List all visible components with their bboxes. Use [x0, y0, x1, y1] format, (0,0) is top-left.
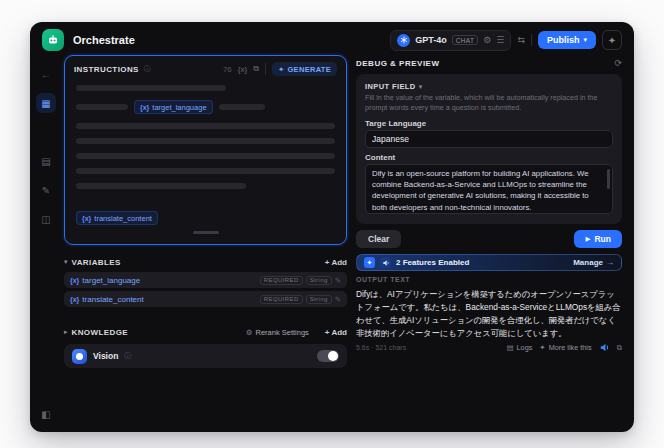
toolbar-divider [265, 63, 266, 75]
input-field-title: INPUT FIELD [365, 82, 416, 91]
chevron-down-icon: ▾ [419, 83, 423, 91]
copy-icon[interactable]: ⧉ [253, 64, 259, 74]
target-language-label: Targe Language [365, 119, 613, 128]
desktop-background: Orchestrate GPT-4o CHAT ⚙ ☰ ⇆ Publish ▾ [0, 0, 664, 448]
model-selector[interactable]: GPT-4o CHAT ⚙ ☰ [390, 30, 511, 51]
info-icon: ⓘ [144, 64, 151, 74]
textarea-scrollbar[interactable] [607, 169, 610, 189]
feature-sparkle-icon: ✦ [364, 257, 375, 268]
robot-icon [47, 34, 59, 46]
add-knowledge-button[interactable]: + Add [325, 328, 347, 337]
assistant-settings-button[interactable]: ✦ [602, 30, 622, 50]
copy-icon: ⧉ [617, 343, 622, 353]
vision-toggle[interactable] [317, 350, 339, 362]
app-header: Orchestrate GPT-4o CHAT ⚙ ☰ ⇆ Publish ▾ [30, 22, 634, 58]
target-language-input[interactable] [365, 130, 613, 148]
instructions-header: INSTRUCTIONS ⓘ 76 {x} ⧉ ✦ GENERATE [65, 56, 346, 79]
output-text: Difyは、AIアプリケーションを構築するためのオープンソースプラットフォームで… [356, 288, 622, 339]
debug-header: DEBUG & PREVIEW ⟳ [356, 58, 622, 68]
variable-icon: {x} [140, 104, 149, 111]
generate-button[interactable]: ✦ GENERATE [272, 62, 337, 76]
variable-chip-target-language[interactable]: {x} target_language [134, 100, 213, 114]
sparkle-icon: ✦ [608, 35, 616, 46]
variable-icon: {x} [82, 215, 91, 222]
clear-button[interactable]: Clear [356, 230, 401, 248]
input-field-card: INPUT FIELD ▾ Fill in the value of the v… [356, 74, 622, 224]
prompt-line [76, 183, 246, 189]
manage-features-button[interactable]: Manage → [573, 258, 614, 267]
model-options-icon[interactable]: ☰ [496, 35, 504, 45]
debug-actions: Clear ▶ Run [356, 230, 622, 248]
app-logo[interactable] [42, 29, 64, 51]
variable-row[interactable]: {x} translate_content REQUIRED String ✎ [64, 291, 347, 307]
collapse-panel-icon[interactable]: ◧ [36, 404, 56, 424]
variables-header[interactable]: ▾ VARIABLES + Add [64, 255, 347, 269]
edit-icon[interactable]: ✎ [335, 295, 341, 304]
knowledge-header[interactable]: ▸ KNOWLEDGE ⚙ Rerank Settings + Add [64, 325, 347, 339]
features-enabled-bar[interactable]: ✦ 2 Features Enabled Manage → [356, 254, 622, 271]
swap-model-icon[interactable]: ⇆ [517, 35, 525, 45]
publish-button[interactable]: Publish ▾ [538, 31, 596, 49]
prompt-line [76, 168, 335, 174]
knowledge-title: KNOWLEDGE [72, 328, 129, 337]
app-window: Orchestrate GPT-4o CHAT ⚙ ☰ ⇆ Publish ▾ [30, 22, 634, 432]
output-meta-row: 5.6s · 521 chars ▤ Logs ✦ More like this… [356, 342, 622, 353]
type-badge: String [306, 276, 332, 285]
content-label: Content [365, 153, 613, 162]
info-icon: ⓘ [124, 351, 131, 361]
more-like-this-button[interactable]: ✦ More like this [539, 343, 591, 352]
sidebar-item-logs[interactable]: ▤ [36, 151, 56, 171]
debug-title: DEBUG & PREVIEW [356, 59, 440, 68]
prompt-line [76, 85, 226, 91]
prompt-skeleton: {x} target_language {x} translate_conten… [65, 79, 346, 225]
sparkle-icon: ✦ [278, 65, 285, 74]
refresh-icon[interactable]: ⟳ [614, 58, 622, 68]
model-provider-icon [397, 34, 410, 47]
prompt-line [76, 104, 128, 110]
eye-icon [76, 353, 83, 360]
variable-chip-translate-content[interactable]: {x} translate_content [76, 211, 158, 225]
prompt-gap [76, 198, 335, 202]
model-mode-badge: CHAT [452, 35, 478, 45]
content-text: Dify is an open-source platform for buil… [372, 169, 589, 212]
model-name: GPT-4o [415, 35, 447, 45]
run-button[interactable]: ▶ Run [574, 230, 622, 248]
vision-feature-row: Vision ⓘ [64, 344, 347, 368]
input-field-description: Fill in the value of the variable, which… [365, 93, 613, 114]
features-enabled-label: 2 Features Enabled [396, 258, 469, 267]
vision-label: Vision [93, 351, 118, 361]
chevron-down-icon: ▾ [64, 258, 68, 266]
chevron-down-icon: ▾ [583, 36, 587, 44]
speaker-button[interactable] [599, 342, 610, 353]
add-variable-button[interactable]: + Add [325, 258, 347, 267]
variable-row[interactable]: {x} target_language REQUIRED String ✎ [64, 272, 347, 288]
output-text-title: OUTPUT TEXT [356, 276, 410, 283]
back-icon[interactable]: ← [36, 64, 56, 84]
model-params-icon[interactable]: ⚙ [483, 35, 491, 45]
input-field-header[interactable]: INPUT FIELD ▾ [365, 82, 613, 91]
feature-speech-icon [380, 257, 391, 268]
sidebar-item-annotation[interactable]: ✎ [36, 180, 56, 200]
prompt-line [76, 138, 335, 144]
publish-label: Publish [547, 35, 580, 45]
sidebar-item-api[interactable]: ◫ [36, 209, 56, 229]
more-like-this-label: More like this [549, 343, 592, 352]
variable-chip-label: target_language [152, 103, 206, 112]
rerank-settings-button[interactable]: ⚙ Rerank Settings [246, 328, 309, 337]
edit-icon[interactable]: ✎ [335, 276, 341, 285]
logs-button[interactable]: ▤ Logs [506, 343, 532, 352]
instructions-panel[interactable]: INSTRUCTIONS ⓘ 76 {x} ⧉ ✦ GENERATE [64, 55, 347, 245]
token-count: 76 [223, 65, 232, 74]
prompt-line [219, 104, 265, 110]
sidebar-item-orchestrate[interactable]: ▦ [36, 93, 56, 113]
variable-insert-icon[interactable]: {x} [238, 65, 247, 74]
copy-output-button[interactable]: ⧉ [617, 343, 622, 353]
speaker-icon [599, 342, 610, 353]
variables-section: ▾ VARIABLES + Add {x} target_language RE… [64, 255, 347, 307]
instructions-title: INSTRUCTIONS [74, 65, 139, 74]
play-icon: ▶ [585, 235, 590, 243]
resize-handle[interactable] [193, 231, 219, 234]
prompt-line [76, 153, 335, 159]
variable-chip-label: translate_content [94, 214, 152, 223]
content-textarea[interactable]: Dify is an open-source platform for buil… [365, 164, 613, 214]
